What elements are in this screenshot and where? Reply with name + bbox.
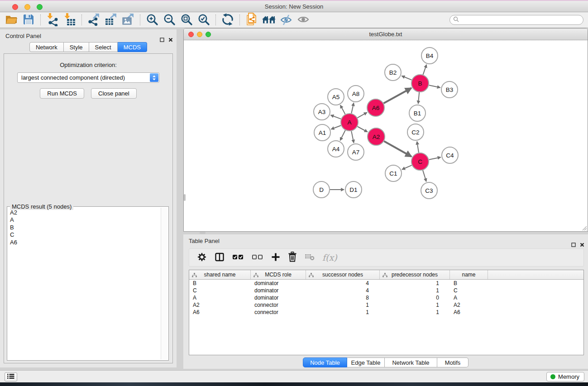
table-settings-button[interactable]	[197, 251, 207, 264]
list-item[interactable]: A	[10, 216, 160, 224]
graph-edge-C-C3[interactable]	[423, 170, 426, 181]
graph-edge-B-B4[interactable]	[423, 65, 427, 75]
graph-edge-A-A4[interactable]	[340, 130, 345, 141]
control-panel-tabs: Network Style Select MCDS	[0, 42, 177, 52]
close-network-window-button[interactable]	[188, 32, 194, 37]
export-network-button[interactable]	[85, 13, 102, 27]
close-window-button[interactable]	[12, 4, 18, 10]
graph-edge-A6-B[interactable]	[384, 88, 411, 104]
open-session-button[interactable]	[3, 13, 20, 27]
import-table-button[interactable]	[61, 13, 78, 27]
export-image-icon	[121, 13, 135, 28]
function-builder-button[interactable]: f(x)	[322, 251, 337, 264]
refresh-icon	[221, 13, 234, 27]
refresh-view-button[interactable]	[219, 13, 236, 27]
tab-select[interactable]: Select	[89, 42, 118, 52]
tab-mcds[interactable]: MCDS	[118, 42, 147, 52]
column-header-predecessor-nodes[interactable]: predecessor nodes	[380, 270, 450, 279]
list-item[interactable]: A6	[10, 239, 160, 246]
zoom-selected-button[interactable]	[195, 13, 212, 27]
tab-edge-table[interactable]: Edge Table	[347, 357, 385, 367]
graph-edge-A-A7[interactable]	[351, 131, 354, 143]
vertical-scroll-thumb[interactable]	[184, 194, 186, 201]
close-panel-button[interactable]	[168, 33, 173, 47]
graph-edge-C-C1[interactable]	[402, 165, 412, 169]
tab-network[interactable]: Network	[29, 42, 64, 52]
tab-label: Edge Table	[351, 359, 381, 366]
window-title: Session: New Session	[265, 3, 323, 10]
list-item[interactable]: A2	[10, 209, 160, 216]
memory-status-icon	[550, 374, 555, 379]
graph-node-label: C4	[446, 152, 454, 159]
window-resize-grip[interactable]	[581, 225, 587, 231]
export-table-button[interactable]	[102, 13, 120, 27]
tab-node-table[interactable]: Node Table	[303, 357, 347, 367]
toolbar-separator	[140, 14, 140, 25]
memory-button[interactable]: Memory	[546, 372, 584, 381]
delete-columns-button[interactable]	[288, 251, 297, 264]
table-row[interactable]: Adominator80A	[189, 294, 583, 301]
graph-edge-A-A1[interactable]	[331, 125, 341, 129]
table-row[interactable]: Bdominator41B	[189, 280, 583, 287]
result-scrollbar[interactable]	[161, 208, 167, 359]
first-neighbors-button[interactable]	[260, 13, 277, 27]
run-mcds-button[interactable]: Run MCDS	[40, 88, 84, 99]
zoom-fit-button[interactable]	[178, 13, 195, 27]
graph-edge-A2-C[interactable]	[384, 141, 411, 157]
graph-edge-A-A5[interactable]	[340, 105, 345, 114]
save-session-button[interactable]	[20, 13, 37, 27]
clone-network-button[interactable]	[243, 13, 260, 27]
zoom-out-button[interactable]	[161, 13, 178, 27]
zoom-window-button[interactable]	[37, 4, 43, 10]
table-row[interactable]: A6connector11A6	[189, 309, 583, 316]
zoom-network-window-button[interactable]	[206, 32, 211, 37]
minimize-window-button[interactable]	[24, 4, 30, 10]
graph-edge-B-B3[interactable]	[429, 85, 440, 87]
graph-edge-C-C2[interactable]	[417, 142, 419, 152]
graph-node-label: B3	[446, 86, 454, 93]
criterion-select[interactable]: largest connected component (directed)	[17, 72, 159, 83]
horizontal-scroll-thumb[interactable]	[200, 232, 206, 234]
clone-network-icon	[246, 13, 258, 28]
hide-selected-button[interactable]	[277, 13, 295, 27]
list-item[interactable]: B	[10, 224, 160, 231]
graph-edge-A-A6[interactable]	[358, 113, 367, 118]
tab-motifs[interactable]: Motifs	[437, 357, 468, 367]
column-header-shared-name[interactable]: shared name	[189, 270, 251, 279]
search-input[interactable]	[461, 16, 583, 24]
minimize-network-window-button[interactable]	[197, 32, 202, 37]
add-column-button[interactable]	[271, 251, 280, 264]
show-task-history-button[interactable]	[5, 372, 17, 381]
plus-icon	[271, 253, 280, 263]
tab-style[interactable]: Style	[64, 42, 89, 52]
float-window-icon	[160, 37, 164, 43]
delete-table-button[interactable]	[305, 251, 315, 264]
list-item[interactable]: C	[10, 231, 160, 238]
close-panel-button-2[interactable]: Close panel	[91, 88, 137, 99]
search-field[interactable]	[449, 15, 583, 25]
column-header-successor-nodes[interactable]: successor nodes	[306, 270, 380, 279]
column-header-name[interactable]: name	[450, 270, 488, 279]
graph-edge-B-B1[interactable]	[418, 92, 419, 104]
table-row[interactable]: Cdominator41C	[189, 287, 583, 294]
deselect-all-columns-button[interactable]	[252, 251, 263, 264]
list-icon	[7, 373, 14, 381]
tab-network-table[interactable]: Network Table	[385, 357, 437, 367]
column-header-mcds-role[interactable]: MCDS role	[251, 270, 306, 279]
graph-edge-C-C4[interactable]	[429, 157, 441, 159]
split-view-button[interactable]	[215, 251, 225, 264]
import-network-button[interactable]	[44, 13, 61, 27]
float-panel-button[interactable]	[160, 33, 164, 47]
graph-edge-B-B2[interactable]	[402, 76, 412, 80]
select-all-columns-button[interactable]	[232, 251, 244, 264]
zoom-in-button[interactable]	[143, 13, 161, 27]
network-canvas[interactable]: B4B2BB3B1A6A5A8A3AA1A4A7A2C2C4CC1C3DD1	[184, 40, 588, 231]
graph-edge-A-A3[interactable]	[331, 115, 341, 119]
graph-node-label: B4	[426, 52, 434, 59]
table-row[interactable]: A2connector11A2	[189, 301, 583, 309]
export-image-button[interactable]	[120, 13, 137, 27]
graph-edge-A-A2[interactable]	[358, 127, 368, 132]
tab-label: Network	[36, 44, 57, 51]
show-all-button[interactable]	[295, 13, 312, 27]
graph-edge-A-A8[interactable]	[351, 103, 354, 114]
